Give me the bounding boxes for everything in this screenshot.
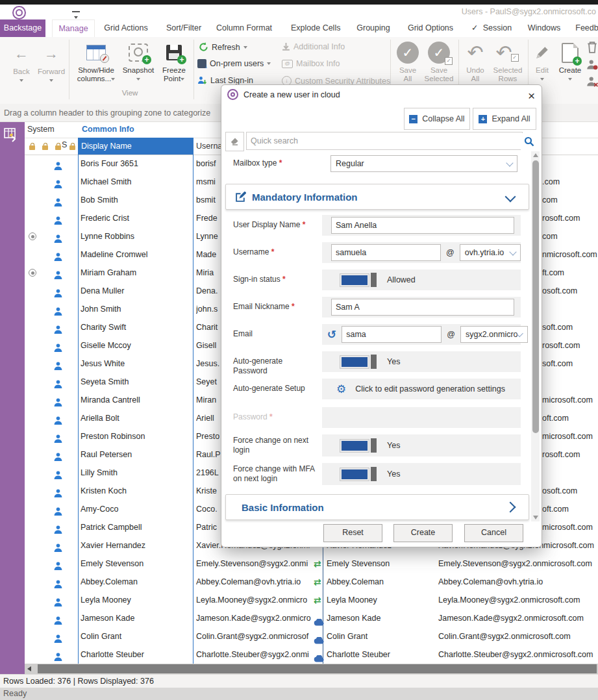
save-selected-button[interactable]: ✓✓ SaveSelected [422, 41, 456, 83]
grid-tools-icon[interactable] [4, 127, 21, 143]
cell-email[interactable]: Colin.Grant@sygx2.onmicrosoft.com [438, 627, 598, 645]
clear-search-button[interactable] [225, 132, 244, 151]
cell-display-name-2[interactable]: Emely Stevenson [327, 555, 436, 573]
auto-generate-password-toggle[interactable] [340, 355, 377, 369]
tab-grouping[interactable]: Grouping [355, 19, 392, 37]
cancel-button[interactable]: Cancel [464, 524, 523, 542]
edit-dropdown-icon[interactable] [540, 78, 544, 81]
dialog-scroll-thumb[interactable] [532, 160, 539, 433]
collapse-all-button[interactable]: − Collapse All [404, 108, 470, 130]
remove-user-icon[interactable] [586, 76, 598, 88]
cell-display-name[interactable]: Ariella Bolt [81, 409, 191, 427]
tab-backstage[interactable]: Backstage [0, 19, 45, 37]
reset-button[interactable]: Reset [323, 524, 382, 542]
cell-display-name[interactable]: Miranda Cantrell [81, 391, 191, 409]
create-user-button[interactable]: Create [393, 524, 453, 542]
undo-selected-rows-button[interactable]: ↶✓ SelectedRows [490, 41, 526, 83]
on-prem-users-button[interactable]: ↓ On-prem users [197, 59, 271, 68]
last-sign-in-button[interactable]: Last Sign-in [197, 76, 253, 85]
cell-display-name[interactable]: Bob Smith [81, 191, 191, 209]
cell-username[interactable]: Leyla.Mooney@sygx2.onmicro [196, 591, 314, 609]
create-dropdown-icon[interactable] [568, 78, 572, 81]
table-row[interactable]: Jameson Kade Jameson.Kade@sygx2.onmicro … [0, 609, 598, 627]
edit-button[interactable]: Edit [530, 41, 554, 83]
back-dropdown-icon[interactable] [19, 79, 23, 82]
force-change-mfa-toggle[interactable] [340, 467, 377, 481]
table-row[interactable]: Leyla Mooney Leyla.Mooney@sygx2.onmicro … [0, 591, 598, 609]
cell-display-name[interactable]: Charlotte Steuber [81, 645, 191, 664]
forward-button[interactable]: → Forward [36, 42, 66, 84]
scroll-left-icon[interactable] [27, 666, 31, 671]
snapshot-dropdown-icon[interactable] [136, 78, 140, 81]
cell-email[interactable]: Charlotte.Steuber@sygx2.onmicrosoft.com [438, 645, 598, 664]
create-button[interactable]: + Create [556, 41, 584, 83]
horizontal-scroll-thumb[interactable] [38, 664, 597, 673]
tab-sort-filter[interactable]: Sort/Filter [163, 19, 205, 37]
tab-feedback[interactable]: Feedb [574, 19, 598, 37]
cell-display-name[interactable]: Giselle Mccoy [81, 336, 191, 355]
scroll-up-icon[interactable] [533, 153, 538, 157]
cell-display-name-2[interactable]: Abbey.Coleman [327, 573, 436, 591]
cell-display-name-2[interactable]: Jameson Kade [327, 609, 436, 627]
cell-display-name[interactable]: Jameson Kade [81, 609, 191, 627]
cell-username[interactable]: Colin.Grant@sygx2.onmicrosof [196, 627, 314, 645]
cell-display-name[interactable]: Dena Muller [81, 282, 191, 300]
cell-display-name[interactable]: Charity Swift [81, 318, 191, 336]
cell-display-name[interactable]: Preston Robinson [81, 427, 191, 445]
cell-display-name[interactable]: Emely Stevenson [81, 555, 191, 573]
tab-column-format[interactable]: Column Format [216, 19, 273, 37]
cell-display-name[interactable]: Miriam Graham [81, 264, 191, 282]
cell-display-name[interactable]: Lynne Robbins [81, 227, 191, 245]
cell-display-name[interactable]: Lilly Smith [81, 464, 191, 482]
basic-information-section[interactable]: Basic Information [225, 494, 529, 520]
cell-email[interactable]: Jameson.Kade@sygx2.onmicrosoft.com [438, 609, 598, 627]
cell-display-name[interactable]: Frederic Crist [81, 209, 191, 227]
delete-user-icon[interactable] [586, 41, 598, 54]
cell-email[interactable]: Leyla.Mooney@sygx2.onmicrosoft.com [438, 591, 598, 609]
cell-display-name[interactable]: Boris Four 3651 [81, 155, 191, 173]
sign-in-status-toggle[interactable] [340, 273, 377, 287]
auto-generate-setup-value[interactable]: Click to edit password generation settin… [355, 384, 505, 394]
email-nickname-input[interactable] [331, 299, 514, 316]
tab-grid-options[interactable]: Grid Options [405, 19, 456, 37]
refresh-dropdown-icon[interactable] [243, 46, 247, 49]
chevron-down-icon[interactable] [505, 192, 516, 203]
table-row[interactable]: Abbey.Coleman Abbey.Coleman@ovh.ytria.io… [0, 573, 598, 591]
on-prem-dropdown-icon[interactable] [267, 62, 271, 65]
cell-display-name[interactable]: Raul Petersen [81, 445, 191, 464]
email-input[interactable] [342, 326, 442, 343]
dialog-scrollbar[interactable] [531, 151, 540, 521]
show-hide-dropdown-icon[interactable] [111, 78, 115, 81]
cell-display-name-2[interactable]: Charlotte Steuber [327, 645, 436, 664]
tab-session[interactable]: Session [480, 19, 514, 37]
search-button[interactable] [521, 133, 538, 150]
username-input[interactable] [331, 244, 441, 261]
revert-icon[interactable]: ↺ [327, 328, 336, 342]
email-domain-select[interactable]: sygx2.onmicros [460, 326, 528, 343]
table-row[interactable]: Emely Stevenson Emely.Stevenson@sygx2.on… [0, 555, 598, 573]
cell-display-name[interactable]: Colin Grant [81, 627, 191, 645]
cell-display-name[interactable]: Michael Smith [81, 173, 191, 191]
cell-email[interactable]: Abbey.Coleman@ovh.ytria.io [438, 573, 598, 591]
horizontal-scrollbar[interactable] [25, 664, 598, 674]
undo-all-button[interactable]: ↶ UndoAll [461, 41, 490, 83]
cell-display-name[interactable]: Amy-Coco [81, 500, 191, 518]
chevron-right-icon[interactable] [505, 502, 516, 513]
table-row[interactable]: Charlotte Steuber Charlotte.Steuber@sygx… [0, 645, 598, 664]
mandatory-information-section[interactable]: Mandatory Information [225, 184, 529, 210]
mailbox-info-button[interactable]: @ Mailbox Info [282, 59, 340, 68]
group-header-common-info[interactable]: Common Info [82, 125, 134, 134]
group-header-system[interactable]: System [27, 125, 55, 134]
forward-dropdown-icon[interactable] [49, 79, 53, 82]
show-hide-columns-button[interactable]: Show/Hide columns... [73, 41, 119, 83]
expand-all-button[interactable]: + Expand All [473, 108, 536, 130]
back-button[interactable]: ← Back [8, 42, 35, 84]
cell-display-name[interactable]: Jesus White [81, 355, 191, 373]
cell-username[interactable]: Jameson.Kade@sygx2.onmicro [196, 609, 314, 627]
cell-display-name[interactable]: John Smith [81, 300, 191, 318]
cell-display-name[interactable]: Leyla Mooney [81, 591, 191, 609]
user-display-name-input[interactable] [331, 217, 514, 234]
cell-username[interactable]: Charlotte.Steuber@sygx2.onmi [196, 645, 314, 664]
cell-display-name[interactable]: Abbey.Coleman [81, 573, 191, 591]
freeze-dropdown-icon[interactable] [181, 78, 184, 81]
